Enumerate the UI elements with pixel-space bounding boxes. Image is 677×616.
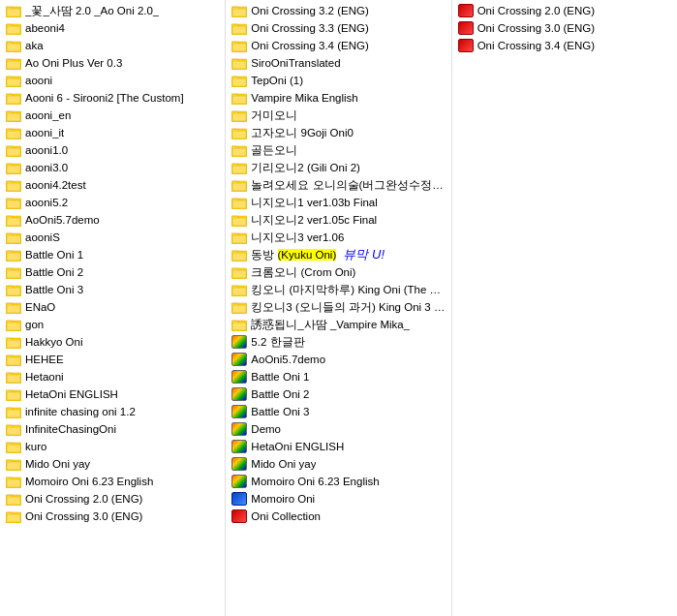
item-label: HetaOni ENGLISH: [25, 386, 118, 402]
list-item[interactable]: kuro: [4, 438, 221, 455]
folder-icon: [231, 161, 247, 174]
item-label: aooni_en: [25, 108, 71, 123]
list-item[interactable]: Battle Oni 2: [230, 385, 446, 403]
list-item[interactable]: infinite chasing oni 1.2: [4, 403, 221, 420]
svg-rect-86: [7, 497, 20, 505]
folder-icon: [231, 318, 247, 331]
svg-rect-89: [7, 514, 20, 522]
item-label: 니지오니1 ver1.03b Final: [251, 195, 377, 210]
list-item[interactable]: 킹오니3 (오니들의 과거) King Oni 3 (An Oni's Past…: [230, 298, 446, 316]
list-item[interactable]: Aooni 6 - Sirooni2 [The Custom]: [4, 89, 221, 107]
item-label: TepOni (1): [251, 73, 303, 88]
list-item[interactable]: Oni Crossing 3.2 (ENG): [230, 2, 446, 19]
item-label: 크롬오니 (Crom Oni): [251, 264, 355, 280]
list-item[interactable]: aooni: [4, 72, 221, 89]
list-item[interactable]: Demo: [230, 420, 446, 438]
game-icon-red: [458, 21, 474, 35]
list-item[interactable]: aooni5.2: [4, 194, 221, 211]
list-item[interactable]: Battle Oni 3: [230, 403, 446, 420]
list-item[interactable]: aooni1.0: [4, 141, 221, 159]
list-item[interactable]: HetaOni ENGLISH: [4, 385, 221, 403]
game-icon-special: [231, 509, 247, 523]
list-item[interactable]: Oni Crossing 2.0 (ENG): [4, 490, 221, 508]
folder-icon: [231, 213, 247, 227]
game-icon: [231, 440, 247, 453]
list-item[interactable]: Oni Crossing 3.0 (ENG): [4, 508, 221, 525]
folder-icon: [6, 178, 21, 192]
item-label: 거미오니: [251, 108, 297, 123]
list-item[interactable]: aooni4.2test: [4, 176, 221, 194]
list-item[interactable]: aooni_en: [4, 107, 221, 124]
list-item[interactable]: 5.2 한글판: [230, 333, 446, 351]
folder-icon: [6, 231, 21, 244]
list-item[interactable]: Ao Oni Plus Ver 0.3: [4, 54, 221, 72]
folder-icon: [6, 74, 21, 87]
list-item[interactable]: Oni Crossing 3.0 (ENG): [456, 19, 673, 37]
list-item[interactable]: Oni Crossing 3.3 (ENG): [230, 19, 446, 37]
list-item[interactable]: Battle Oni 2: [4, 263, 221, 281]
list-item[interactable]: Oni Crossing 3.4 (ENG): [230, 37, 446, 54]
list-item[interactable]: 니지오니1 ver1.03b Final: [230, 194, 446, 211]
folder-icon: [6, 196, 21, 209]
item-label: HetaOni ENGLISH: [251, 439, 344, 454]
svg-rect-44: [7, 253, 20, 261]
list-item[interactable]: aooni3.0: [4, 159, 221, 176]
list-item[interactable]: 거미오니: [230, 107, 446, 124]
item-label: aooni_it: [25, 125, 64, 140]
list-item[interactable]: aooni_it: [4, 124, 221, 141]
list-item[interactable]: Hetaoni: [4, 368, 221, 385]
list-item[interactable]: Mido Oni yay: [230, 455, 446, 473]
list-item[interactable]: gon: [4, 316, 221, 333]
list-item[interactable]: 킹오니 (마지막하루) King Oni (The Last Day): [230, 281, 446, 298]
folder-icon: [231, 91, 247, 105]
list-item[interactable]: 골든오니: [230, 141, 446, 159]
list-item[interactable]: 고자오니 9Goji Oni0: [230, 124, 446, 141]
list-item[interactable]: TepOni (1): [230, 72, 446, 89]
list-item[interactable]: Oni Collection: [230, 508, 446, 525]
item-label: Ao Oni Plus Ver 0.3: [25, 55, 122, 71]
item-label: 고자오니 9Goji Oni0: [251, 125, 354, 140]
folder-icon: [6, 475, 21, 488]
list-item[interactable]: HEHEE: [4, 351, 221, 368]
item-label: 니지오니3 ver1.06: [251, 230, 344, 245]
folder-icon: [6, 318, 21, 331]
list-item[interactable]: 니지오니3 ver1.06: [230, 229, 446, 246]
list-item[interactable]: Momoiro Oni 6.23 English: [4, 473, 221, 490]
svg-rect-62: [7, 357, 20, 365]
list-item[interactable]: 크롬오니 (Crom Oni): [230, 263, 446, 281]
list-item[interactable]: aka: [4, 37, 221, 54]
list-item[interactable]: abeoni4: [4, 19, 221, 37]
list-item[interactable]: AoOni5.7demo: [230, 351, 446, 368]
list-item[interactable]: Mido Oni yay: [4, 455, 221, 473]
svg-rect-35: [7, 200, 20, 208]
list-item[interactable]: Hakkyo Oni: [4, 333, 221, 351]
list-item[interactable]: Vampire Mika English: [230, 89, 446, 107]
list-item[interactable]: Momoiro Oni: [230, 490, 446, 508]
item-label: aka: [25, 38, 44, 53]
list-item[interactable]: Battle Oni 3: [4, 281, 221, 298]
list-item[interactable]: Oni Crossing 2.0 (ENG): [456, 2, 673, 19]
list-item[interactable]: 동방 (Kyuku Oni) 뷰막 U!: [230, 246, 446, 263]
svg-rect-17: [7, 96, 20, 104]
list-item[interactable]: aooniS: [4, 229, 221, 246]
item-label: ENaO: [25, 299, 55, 315]
list-item[interactable]: SiroOniTranslated: [230, 54, 446, 72]
list-item[interactable]: 기리오니2 (Gili Oni 2): [230, 159, 446, 176]
svg-rect-122: [232, 183, 246, 191]
list-item[interactable]: AoOni5.7demo: [4, 211, 221, 229]
item-label: abeoni4: [25, 20, 65, 36]
svg-rect-107: [232, 96, 246, 104]
list-item[interactable]: Oni Crossing 3.4 (ENG): [456, 37, 673, 54]
list-item[interactable]: ENaO: [4, 298, 221, 316]
folder-icon: [6, 161, 21, 174]
list-item[interactable]: HetaOni ENGLISH: [230, 438, 446, 455]
list-item[interactable]: 誘惑됩니_사땀 _Vampire Mika_: [230, 316, 446, 333]
list-item[interactable]: Momoiro Oni 6.23 English: [230, 473, 446, 490]
list-item[interactable]: 놀려오세요 오니의술(버그완성수정판): [230, 176, 446, 194]
list-item[interactable]: InfiniteChasingOni: [4, 420, 221, 438]
item-label: Hakkyo Oni: [25, 334, 82, 350]
list-item[interactable]: 니지오니2 ver1.05c Final: [230, 211, 446, 229]
list-item[interactable]: Battle Oni 1: [4, 246, 221, 263]
list-item[interactable]: _꽃_사땀 2.0 _Ao Oni 2.0_: [4, 2, 221, 19]
list-item[interactable]: Battle Oni 1: [230, 368, 446, 385]
